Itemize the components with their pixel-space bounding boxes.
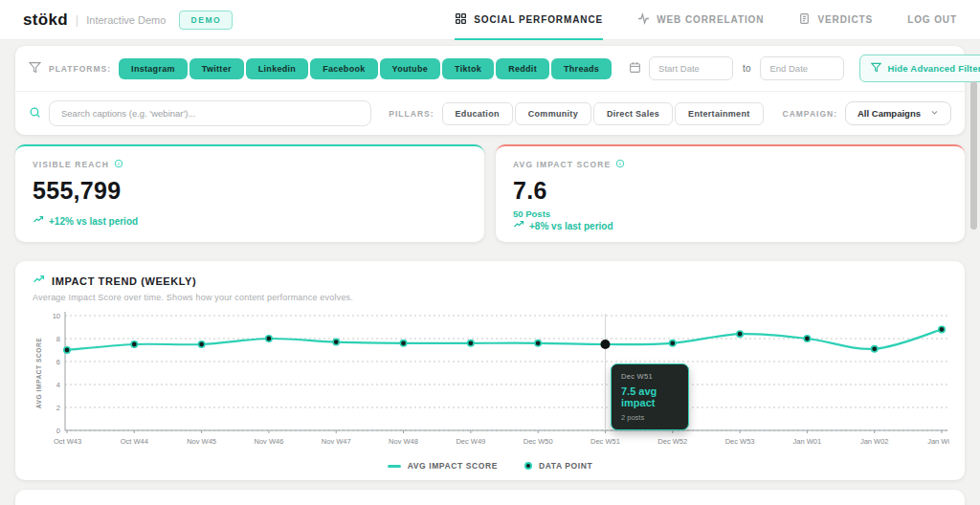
impact-trend-panel: IMPACT TREND (WEEKLY) Average Impact Sco… bbox=[15, 261, 965, 480]
platform-pill[interactable]: Youtube bbox=[380, 58, 440, 79]
pillars-label: PILLARS: bbox=[389, 109, 434, 119]
campaign-select[interactable]: All Campaigns bbox=[845, 101, 951, 125]
svg-text:Nov W45: Nov W45 bbox=[187, 437, 216, 446]
main-nav: SOCIAL PERFORMANCE WEB CORRELATION VERDI… bbox=[455, 0, 957, 40]
svg-text:Dec W50: Dec W50 bbox=[523, 437, 553, 446]
nav-verdicts[interactable]: VERDICTS bbox=[798, 0, 873, 40]
stats-row: VISIBLE REACH 555,799 +12% vs last perio… bbox=[15, 144, 965, 242]
platforms-label: PLATFORMS: bbox=[49, 64, 111, 74]
svg-text:10: 10 bbox=[53, 312, 60, 320]
impact-trend-svg: 0246810AVG IMPACT SCOREOct W43Oct W44Nov… bbox=[33, 310, 949, 453]
delta-text: +12% vs last period bbox=[49, 216, 138, 227]
avg-impact-value: 7.6 bbox=[513, 177, 947, 205]
format-performance-panel: FORMAT PERFORMANCE BREAKDOWN bbox=[15, 490, 965, 505]
svg-text:Jan W02: Jan W02 bbox=[860, 437, 889, 446]
campaign-label: CAMPAIGN: bbox=[783, 109, 837, 119]
svg-text:Oct W43: Oct W43 bbox=[54, 437, 81, 446]
svg-text:2: 2 bbox=[56, 404, 60, 412]
pillar-pill[interactable]: Education bbox=[442, 102, 513, 125]
filter-icon bbox=[29, 60, 41, 77]
svg-text:8: 8 bbox=[56, 335, 60, 343]
demo-badge: DEMO bbox=[179, 11, 233, 30]
nav-label: LOG OUT bbox=[907, 14, 957, 25]
info-icon[interactable] bbox=[615, 159, 625, 170]
trending-up-icon bbox=[33, 214, 44, 228]
svg-text:Dec W53: Dec W53 bbox=[725, 437, 755, 446]
search-row: PILLARS: EducationCommunityDirect SalesE… bbox=[15, 91, 965, 135]
nav-web-correlation[interactable]: WEB CORRELATION bbox=[637, 0, 764, 40]
svg-text:Nov W48: Nov W48 bbox=[389, 437, 418, 446]
legend-avg-impact-score: AVG IMPACT SCORE bbox=[388, 461, 498, 471]
search-input[interactable] bbox=[49, 100, 371, 126]
tooltip-impact: 7.5 avg impact bbox=[621, 385, 679, 408]
date-to-label: to bbox=[743, 63, 750, 74]
tooltip-posts: 2 posts bbox=[621, 413, 679, 422]
app-logo: stökd bbox=[23, 11, 68, 30]
svg-text:0: 0 bbox=[56, 427, 60, 435]
chart-subtitle: Average Impact Score over time. Shows ho… bbox=[33, 293, 947, 302]
activity-icon bbox=[637, 12, 650, 27]
top-bar: stökd | Interactive Demo DEMO SOCIAL PER… bbox=[0, 0, 980, 40]
chart-area[interactable]: 0246810AVG IMPACT SCOREOct W43Oct W44Nov… bbox=[33, 310, 947, 453]
nav-label: VERDICTS bbox=[817, 14, 873, 25]
search-icon bbox=[29, 105, 41, 122]
svg-text:AVG IMPACT SCORE: AVG IMPACT SCORE bbox=[35, 338, 42, 408]
platform-pill[interactable]: Reddit bbox=[496, 58, 549, 79]
legend-label: AVG IMPACT SCORE bbox=[408, 461, 498, 471]
scrollbar-thumb[interactable] bbox=[970, 81, 977, 230]
visible-reach-value: 555,799 bbox=[33, 177, 467, 205]
svg-text:Jan W03: Jan W03 bbox=[927, 437, 949, 446]
document-icon bbox=[798, 12, 811, 27]
svg-text:Nov W46: Nov W46 bbox=[255, 437, 284, 446]
pillar-pill[interactable]: Direct Sales bbox=[593, 102, 673, 125]
tooltip-week: Dec W51 bbox=[621, 372, 679, 381]
main-content: PLATFORMS: InstagramTwitterLinkedinFaceb… bbox=[0, 40, 980, 505]
nav-social-performance[interactable]: SOCIAL PERFORMANCE bbox=[455, 0, 603, 40]
chart-title-row: IMPACT TREND (WEEKLY) bbox=[33, 274, 947, 288]
hide-advanced-filters-button[interactable]: Hide Advanced Filters bbox=[859, 55, 980, 82]
trending-up-icon bbox=[33, 274, 45, 288]
nav-log-out[interactable]: LOG OUT bbox=[907, 0, 957, 40]
logo-divider: | bbox=[76, 12, 78, 27]
posts-count: 50 Posts bbox=[513, 209, 947, 219]
nav-label: WEB CORRELATION bbox=[657, 14, 764, 25]
svg-text:Dec W49: Dec W49 bbox=[456, 437, 485, 446]
svg-text:4: 4 bbox=[56, 381, 60, 389]
end-date-input[interactable] bbox=[760, 56, 844, 80]
stat-label-row: VISIBLE REACH bbox=[33, 159, 467, 170]
visible-reach-card: VISIBLE REACH 555,799 +12% vs last perio… bbox=[15, 144, 484, 242]
stat-label-row: AVG IMPACT SCORE bbox=[513, 159, 947, 170]
platform-pill[interactable]: Instagram bbox=[119, 58, 188, 79]
platforms-row: PLATFORMS: InstagramTwitterLinkedinFaceb… bbox=[15, 46, 965, 91]
svg-text:Nov W47: Nov W47 bbox=[322, 437, 351, 446]
pillar-pill[interactable]: Community bbox=[515, 102, 591, 125]
campaign-value: All Campaigns bbox=[858, 108, 921, 119]
stat-delta: +8% vs last period bbox=[513, 219, 947, 234]
line-swatch-icon bbox=[388, 465, 401, 468]
svg-text:Oct W44: Oct W44 bbox=[121, 437, 148, 446]
platform-pill[interactable]: Tiktok bbox=[442, 58, 494, 79]
platform-pill[interactable]: Threads bbox=[551, 58, 612, 79]
legend-data-point: DATA POINT bbox=[524, 461, 592, 471]
nav-label: SOCIAL PERFORMANCE bbox=[474, 14, 603, 25]
avg-impact-score-card: AVG IMPACT SCORE 7.6 50 Posts +8% vs las… bbox=[496, 144, 965, 242]
chart-title: IMPACT TREND (WEEKLY) bbox=[52, 275, 196, 287]
filters-panel: PLATFORMS: InstagramTwitterLinkedinFaceb… bbox=[15, 46, 965, 135]
dot-swatch-icon bbox=[524, 462, 532, 470]
platform-pill[interactable]: Facebook bbox=[310, 58, 377, 79]
pillar-pill[interactable]: Entertainment bbox=[675, 102, 763, 125]
legend-label: DATA POINT bbox=[539, 461, 592, 471]
button-label: Hide Advanced Filters bbox=[887, 63, 980, 74]
chart-legend: AVG IMPACT SCORE DATA POINT bbox=[33, 461, 947, 471]
trending-up-icon bbox=[513, 219, 524, 232]
calendar-icon bbox=[629, 60, 641, 77]
start-date-input[interactable] bbox=[649, 56, 733, 80]
app-subtitle: Interactive Demo bbox=[86, 14, 166, 26]
platform-pill[interactable]: Twitter bbox=[189, 58, 244, 79]
pillar-pills: EducationCommunityDirect SalesEntertainm… bbox=[442, 102, 766, 125]
stat-delta: +12% vs last period bbox=[33, 214, 467, 230]
svg-text:Dec W51: Dec W51 bbox=[590, 437, 620, 446]
chevron-down-icon bbox=[930, 108, 939, 119]
platform-pill[interactable]: Linkedin bbox=[246, 58, 308, 79]
info-icon[interactable] bbox=[114, 159, 123, 170]
